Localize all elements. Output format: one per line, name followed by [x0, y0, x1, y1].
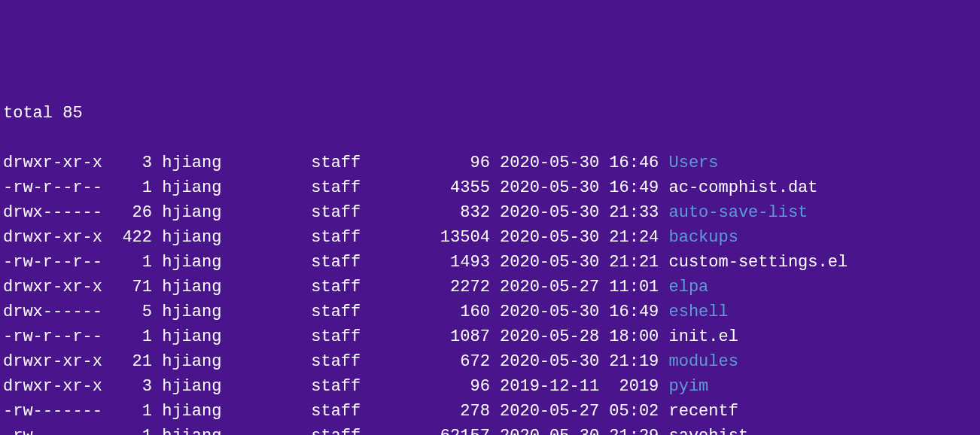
owner-group: staff — [221, 349, 361, 374]
file-date: 2020-05-30 — [490, 424, 599, 435]
owner-user: hjiang — [152, 349, 221, 374]
owner-group: staff — [221, 250, 361, 275]
file-name[interactable]: custom-settings.el — [659, 250, 848, 275]
directory-name[interactable]: auto-save-list — [659, 200, 808, 225]
file-date: 2020-05-30 — [490, 225, 599, 250]
total-line: total 85 — [3, 101, 977, 126]
file-time: 05:02 — [599, 399, 659, 424]
link-count: 1 — [112, 250, 152, 275]
file-row[interactable]: -rw-------1hjiangstaff2782020-05-2705:02… — [3, 399, 977, 424]
owner-user: hjiang — [152, 374, 221, 399]
file-size: 832 — [361, 200, 490, 225]
file-row[interactable]: drwxr-xr-x71hjiangstaff22722020-05-2711:… — [3, 275, 977, 300]
link-count: 1 — [112, 324, 152, 349]
permissions: drwx------ — [3, 200, 112, 225]
file-listing: drwxr-xr-x3hjiangstaff962020-05-3016:46U… — [3, 151, 977, 435]
file-row[interactable]: drwxr-xr-x3hjiangstaff962019-12-112019py… — [3, 374, 977, 399]
file-row[interactable]: drwx------5hjiangstaff1602020-05-3016:49… — [3, 300, 977, 324]
owner-user: hjiang — [152, 424, 221, 435]
file-date: 2020-05-30 — [490, 300, 599, 324]
permissions: -rw------- — [3, 399, 112, 424]
owner-group: staff — [221, 424, 361, 435]
owner-user: hjiang — [152, 175, 221, 200]
directory-name[interactable]: backups — [659, 225, 738, 250]
file-date: 2020-05-28 — [490, 324, 599, 349]
permissions: -rw-r--r-- — [3, 250, 112, 275]
permissions: -rw-r--r-- — [3, 324, 112, 349]
link-count: 1 — [112, 175, 152, 200]
owner-group: staff — [221, 374, 361, 399]
owner-user: hjiang — [152, 324, 221, 349]
owner-user: hjiang — [152, 200, 221, 225]
link-count: 3 — [112, 374, 152, 399]
file-time: 16:46 — [599, 151, 659, 175]
file-time: 16:49 — [599, 300, 659, 324]
owner-group: staff — [221, 275, 361, 300]
permissions: drwxr-xr-x — [3, 225, 112, 250]
owner-user: hjiang — [152, 225, 221, 250]
file-size: 160 — [361, 300, 490, 324]
file-time: 18:00 — [599, 324, 659, 349]
file-date: 2020-05-27 — [490, 399, 599, 424]
owner-group: staff — [221, 225, 361, 250]
owner-user: hjiang — [152, 250, 221, 275]
file-row[interactable]: -rw-r--r--1hjiangstaff43552020-05-3016:4… — [3, 175, 977, 200]
file-time: 21:21 — [599, 250, 659, 275]
link-count: 422 — [112, 225, 152, 250]
owner-user: hjiang — [152, 151, 221, 175]
file-date: 2020-05-30 — [490, 175, 599, 200]
file-row[interactable]: -rw-------1hjiangstaff621572020-05-3021:… — [3, 424, 977, 435]
file-row[interactable]: drwxr-xr-x422hjiangstaff135042020-05-302… — [3, 225, 977, 250]
file-size: 96 — [361, 151, 490, 175]
permissions: drwxr-xr-x — [3, 275, 112, 300]
owner-group: staff — [221, 200, 361, 225]
directory-name[interactable]: elpa — [659, 275, 708, 300]
file-size: 96 — [361, 374, 490, 399]
file-size: 1087 — [361, 324, 490, 349]
directory-name[interactable]: modules — [659, 349, 738, 374]
file-date: 2020-05-30 — [490, 200, 599, 225]
permissions: drwxr-xr-x — [3, 374, 112, 399]
directory-name[interactable]: pyim — [659, 374, 708, 399]
permissions: drwx------ — [3, 300, 112, 324]
file-time: 21:33 — [599, 200, 659, 225]
file-time: 2019 — [599, 374, 659, 399]
file-row[interactable]: -rw-r--r--1hjiangstaff14932020-05-3021:2… — [3, 250, 977, 275]
file-row[interactable]: drwxr-xr-x21hjiangstaff6722020-05-3021:1… — [3, 349, 977, 374]
link-count: 3 — [112, 151, 152, 175]
file-date: 2020-05-30 — [490, 151, 599, 175]
owner-group: staff — [221, 324, 361, 349]
file-size: 62157 — [361, 424, 490, 435]
file-date: 2019-12-11 — [490, 374, 599, 399]
owner-user: hjiang — [152, 399, 221, 424]
file-date: 2020-05-30 — [490, 349, 599, 374]
link-count: 26 — [112, 200, 152, 225]
permissions: -rw------- — [3, 424, 112, 435]
file-time: 21:24 — [599, 225, 659, 250]
file-row[interactable]: drwxr-xr-x3hjiangstaff962020-05-3016:46U… — [3, 151, 977, 175]
file-size: 672 — [361, 349, 490, 374]
owner-group: staff — [221, 175, 361, 200]
owner-user: hjiang — [152, 275, 221, 300]
file-size: 278 — [361, 399, 490, 424]
file-time: 16:49 — [599, 175, 659, 200]
permissions: drwxr-xr-x — [3, 151, 112, 175]
file-row[interactable]: -rw-r--r--1hjiangstaff10872020-05-2818:0… — [3, 324, 977, 349]
owner-group: staff — [221, 300, 361, 324]
link-count: 5 — [112, 300, 152, 324]
owner-group: staff — [221, 151, 361, 175]
file-time: 21:29 — [599, 424, 659, 435]
file-name[interactable]: ac-comphist.dat — [659, 175, 817, 200]
file-name[interactable]: savehist — [659, 424, 748, 435]
file-name[interactable]: init.el — [659, 324, 738, 349]
file-size: 13504 — [361, 225, 490, 250]
file-row[interactable]: drwx------26hjiangstaff8322020-05-3021:3… — [3, 200, 977, 225]
file-name[interactable]: recentf — [659, 399, 738, 424]
permissions: drwxr-xr-x — [3, 349, 112, 374]
directory-name[interactable]: Users — [659, 151, 718, 175]
file-time: 11:01 — [599, 275, 659, 300]
file-size: 4355 — [361, 175, 490, 200]
directory-name[interactable]: eshell — [659, 300, 728, 324]
link-count: 71 — [112, 275, 152, 300]
link-count: 1 — [112, 399, 152, 424]
